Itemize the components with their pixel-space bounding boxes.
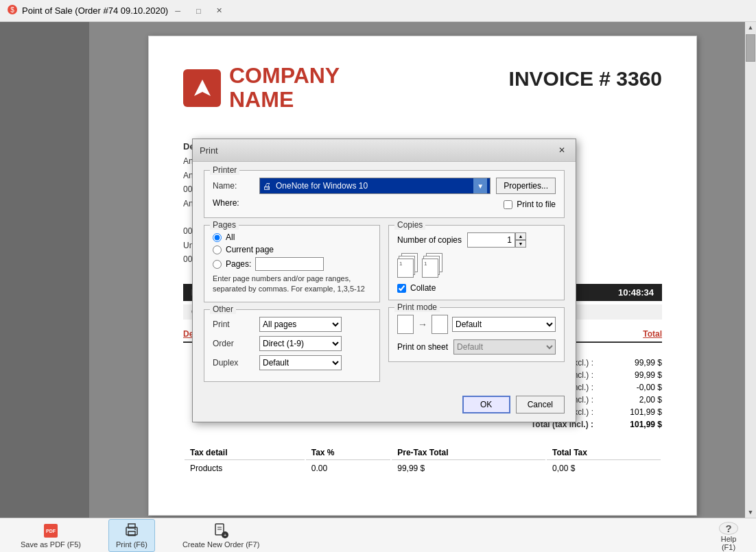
collate-check-row: Collate: [397, 283, 556, 293]
copies-section-label: Copies: [394, 220, 425, 230]
radio-all-row: All: [213, 232, 371, 242]
spin-up-button[interactable]: ▲: [515, 232, 526, 240]
radio-current[interactable]: [213, 245, 222, 254]
save-pdf-button[interactable]: PDF Save as PDF (F5): [14, 520, 88, 551]
help-label: Help (F1): [715, 535, 742, 551]
sidebar: [0, 22, 89, 518]
company-logo-icon: [183, 69, 221, 107]
duplex-label: Duplex: [213, 358, 254, 368]
minimize-button[interactable]: ─: [168, 3, 187, 19]
order-select[interactable]: Direct (1-9)Reverse (9-1): [259, 336, 342, 351]
save-pdf-icon: PDF: [43, 523, 59, 539]
dialog-body: Printer Name: 🖨 OneNote for Windows 10 ▼…: [193, 162, 576, 422]
new-order-button[interactable]: + Create New Order (F7): [176, 520, 266, 551]
scrollbar-thumb[interactable]: [746, 34, 755, 62]
help-button[interactable]: ? Help (F1): [715, 522, 742, 549]
toolbar-right: ? Help (F1): [715, 522, 742, 549]
spin-down-button[interactable]: ▼: [515, 240, 526, 248]
print-select[interactable]: All pagesOdd pagesEven pages: [259, 317, 342, 332]
print-mode-select[interactable]: DefaultFitCrop: [452, 317, 556, 332]
pages-section: Pages All Current page Pages:: [204, 225, 380, 302]
duplex-select[interactable]: DefaultSimplexLong edgeShort edge: [259, 355, 342, 370]
order-row-form: Order Direct (1-9)Reverse (9-1): [213, 336, 371, 351]
num-copies-label: Number of copies: [397, 235, 462, 245]
printer-name-row: Name: 🖨 OneNote for Windows 10 ▼ Propert…: [213, 178, 556, 194]
duplex-row: Duplex DefaultSimplexLong edgeShort edge: [213, 355, 371, 370]
close-button[interactable]: ✕: [209, 3, 228, 19]
printer-section: Printer Name: 🖨 OneNote for Windows 10 ▼…: [204, 170, 565, 218]
num-copies-spinner: ▲ ▼: [467, 232, 526, 248]
total-val-5: 101,99 $: [621, 420, 662, 429]
printer-name-select[interactable]: 🖨 OneNote for Windows 10 ▼: [259, 178, 491, 194]
print-button[interactable]: Print (F6): [108, 519, 155, 552]
where-row: Where:: [213, 198, 254, 208]
new-order-label: Create New Order (F7): [182, 540, 259, 549]
invoice-title: INVOICE # 3360: [509, 67, 662, 91]
print-label: Print: [213, 320, 254, 329]
tax-col-detail: Tax detail: [185, 446, 305, 460]
print-row: Print All pagesOdd pagesEven pages: [213, 317, 371, 332]
spinner-buttons: ▲ ▼: [515, 232, 526, 248]
dialog-buttons: OK Cancel: [204, 396, 565, 413]
properties-button[interactable]: Properties...: [496, 178, 556, 194]
where-label: Where:: [213, 198, 254, 208]
total-val-2: -0,00 $: [621, 383, 662, 392]
scroll-up-arrow[interactable]: ▲: [746, 22, 756, 33]
radio-all[interactable]: [213, 233, 222, 242]
radio-pages[interactable]: [213, 260, 222, 269]
scrollbar[interactable]: ▲ ▼: [745, 22, 756, 518]
collate-checkbox[interactable]: [397, 284, 406, 293]
scroll-down-arrow[interactable]: ▼: [746, 507, 756, 518]
total-val-4: 101,99 $: [621, 407, 662, 417]
svg-text:PDF: PDF: [46, 529, 56, 533]
invoice-timestamp: 10:48:34: [618, 287, 654, 298]
print-to-file-checkbox[interactable]: [504, 200, 512, 209]
collate-label: Collate: [410, 283, 436, 293]
printer-section-label: Printer: [210, 165, 239, 175]
tax-detail-val: Products: [185, 461, 305, 475]
other-section: Other Print All pagesOdd pagesEven pages…: [204, 309, 380, 382]
tax-col-percent: Tax %: [306, 446, 390, 460]
svg-text:+: +: [224, 532, 227, 538]
pages-input[interactable]: [255, 257, 324, 271]
print-to-file-label: Print to file: [517, 200, 556, 209]
radio-current-label: Current page: [226, 245, 274, 254]
print-on-sheet-row: Print on sheet Default1246916: [397, 339, 556, 355]
dialog-left-column: Pages All Current page Pages:: [204, 225, 380, 389]
titlebar: $ Point of Sale (Order #74 09.10.2020) ─…: [0, 0, 756, 22]
copies-input[interactable]: [467, 232, 515, 248]
toolbar: PDF Save as PDF (F5) Print (F6) + Create…: [0, 518, 756, 552]
print-dialog: Print ✕ Printer Name: 🖨 OneNote for Wind…: [192, 139, 576, 422]
ok-button[interactable]: OK: [462, 396, 510, 413]
maximize-button[interactable]: □: [189, 3, 208, 19]
other-section-label: Other: [210, 304, 236, 314]
printer-icon: 🖨: [263, 181, 272, 191]
svg-text:$: $: [10, 6, 14, 14]
cancel-button[interactable]: Cancel: [516, 396, 565, 413]
dialog-right-column: Copies Number of copies ▲ ▼: [388, 225, 565, 389]
tax-table: Tax detail Tax % Pre-Tax Total Total Tax…: [183, 444, 662, 477]
tax-pretax-val: 99,99 $: [392, 461, 545, 475]
pm-page-left: [397, 315, 414, 334]
dialog-columns: Pages All Current page Pages:: [204, 225, 565, 389]
name-label: Name:: [213, 181, 254, 191]
pages-stack-2: 3 2 1: [422, 253, 442, 278]
dialog-title: Print: [200, 145, 218, 156]
radio-all-label: All: [226, 232, 235, 242]
printer-dropdown-arrow[interactable]: ▼: [473, 178, 487, 193]
print-mode-section: Print mode → DefaultFitCrop Print on she…: [388, 307, 565, 362]
dialog-close-button[interactable]: ✕: [555, 143, 569, 157]
collate-visual: 3 2 1 3: [397, 253, 556, 278]
company-name: COMPANY NAME: [229, 64, 340, 112]
save-pdf-label: Save as PDF (F5): [21, 540, 81, 549]
pages-hint: Enter page numbers and/or page ranges, s…: [213, 274, 371, 295]
print-label: Print (F6): [116, 540, 147, 549]
order-label: Order: [213, 339, 254, 348]
total-val-3: 2,00 $: [621, 395, 662, 405]
titlebar-text: Point of Sale (Order #74 09.10.2020): [22, 5, 168, 16]
print-icon: [123, 523, 140, 539]
radio-pages-row: Pages:: [213, 257, 371, 271]
pages-stack-1: 3 2 1: [397, 253, 418, 278]
app-icon: $: [7, 4, 18, 17]
print-on-sheet-select[interactable]: Default1246916: [453, 339, 556, 355]
